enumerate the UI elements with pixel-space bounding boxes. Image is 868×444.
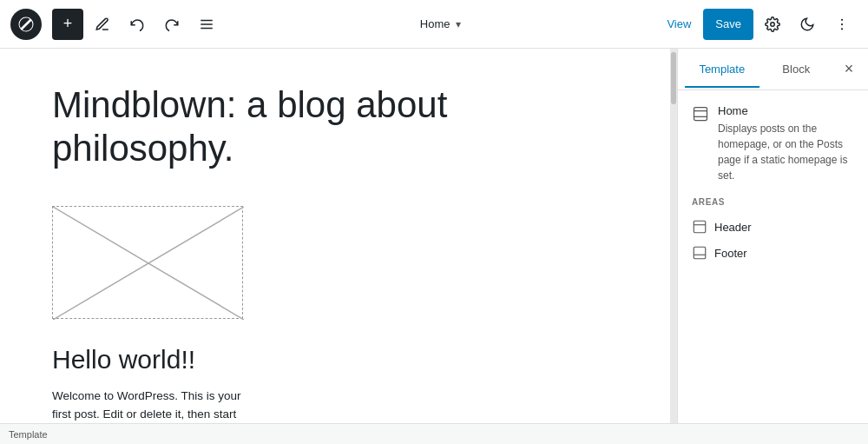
post-excerpt: Welcome to WordPress. This is your first…: [52, 387, 260, 423]
scroll-track[interactable]: [670, 49, 677, 423]
tab-template[interactable]: Template: [685, 52, 760, 88]
image-placeholder: [52, 206, 243, 319]
svg-rect-9: [694, 108, 707, 121]
svg-point-5: [841, 23, 843, 24]
toolbar: + Home ▾ View Save: [0, 0, 868, 49]
scroll-thumb: [671, 52, 676, 104]
svg-rect-12: [694, 221, 706, 233]
wp-logo[interactable]: [10, 9, 42, 40]
undo-button[interactable]: [122, 9, 153, 40]
panel-content: Home Displays posts on the homepage, or …: [678, 90, 868, 423]
redo-icon: [164, 17, 180, 32]
toolbar-right: View Save: [658, 9, 858, 40]
tab-block[interactable]: Block: [760, 52, 834, 88]
canvas-area[interactable]: Mindblown: a blog about philosophy. Hell…: [0, 49, 670, 423]
chevron-down-icon: ▾: [456, 18, 461, 30]
page-selector-button[interactable]: Home ▾: [411, 12, 470, 36]
toolbar-center: Home ▾: [226, 12, 654, 36]
panel-tabs: Template Block ×: [678, 49, 868, 90]
placeholder-svg: [53, 207, 244, 320]
theme-toggle-button[interactable]: [792, 9, 823, 40]
areas-label: AREAS: [692, 197, 854, 207]
template-icon: [692, 105, 709, 123]
panel-close-button[interactable]: ×: [837, 57, 861, 82]
footer-layout-icon: [692, 245, 707, 261]
pen-icon: [95, 17, 110, 32]
svg-rect-14: [694, 247, 706, 259]
header-layout-icon: [692, 219, 707, 235]
template-item: Home Displays posts on the homepage, or …: [692, 104, 854, 183]
list-view-button[interactable]: [191, 9, 222, 40]
close-icon: ×: [845, 60, 854, 78]
template-layout-icon: [692, 105, 709, 123]
wp-logo-icon: [17, 16, 35, 33]
area-item-header[interactable]: Header: [692, 215, 854, 238]
area-item-footer[interactable]: Footer: [692, 242, 854, 264]
blog-title: Mindblown: a blog about philosophy.: [52, 83, 618, 171]
ellipsis-icon: [834, 17, 850, 32]
svg-point-3: [771, 22, 775, 26]
footer-label: Footer: [714, 247, 747, 260]
add-block-button[interactable]: +: [52, 9, 83, 40]
template-name: Home: [718, 104, 854, 117]
settings-button[interactable]: [757, 9, 788, 40]
pen-tool-button[interactable]: [87, 9, 118, 40]
svg-point-6: [841, 28, 843, 30]
header-label: Header: [714, 221, 752, 234]
main-layout: Mindblown: a blog about philosophy. Hell…: [0, 49, 868, 423]
moon-icon: [799, 17, 815, 32]
gear-icon: [765, 17, 780, 32]
save-button[interactable]: Save: [703, 9, 753, 40]
list-icon: [199, 17, 214, 32]
more-options-button[interactable]: [826, 9, 858, 40]
template-info: Home Displays posts on the homepage, or …: [718, 104, 854, 183]
right-panel: Template Block × Home Displays posts on …: [677, 49, 868, 423]
template-status-label: Template: [9, 429, 48, 440]
template-description: Displays posts on the homepage, or on th…: [718, 121, 854, 183]
post-title: Hello world!!: [52, 345, 618, 374]
view-button[interactable]: View: [658, 12, 700, 36]
undo-icon: [129, 17, 145, 32]
svg-point-4: [841, 18, 843, 20]
status-bar: Template: [0, 423, 868, 444]
redo-button[interactable]: [156, 9, 187, 40]
current-page-label: Home: [420, 17, 450, 30]
